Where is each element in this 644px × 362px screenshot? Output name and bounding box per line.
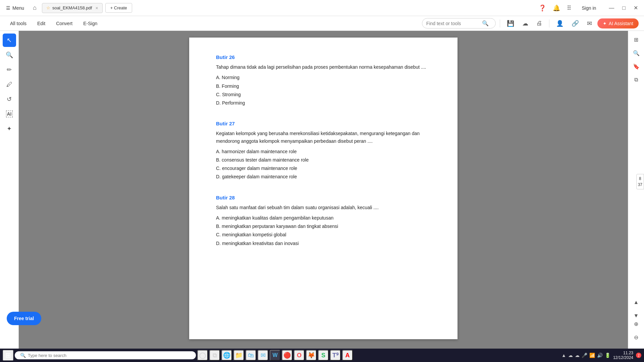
upload-button[interactable]: ☁ [520,18,531,28]
home-icon: ⌂ [33,4,37,11]
title-bar: ☰ Menu ⌂ ☆ soal_EKMA4158.pdf × + Create … [0,0,644,16]
save-button[interactable]: 💾 [504,18,517,28]
maximize-button[interactable]: □ [619,3,629,12]
search-box[interactable]: 🔍 [422,18,496,28]
home-button[interactable]: ⌂ [30,3,39,13]
highlight-tool[interactable]: ✏ [3,63,16,76]
firefox-button[interactable]: 🦊 [306,350,317,361]
tray-volume[interactable]: 🔊 [597,353,603,358]
edit-button[interactable]: Edit [33,19,50,28]
stamp-icon: ✦ [7,125,12,132]
zoom-icon: 🔍 [6,51,13,59]
cursor-tool[interactable]: ↖ [3,34,16,47]
explorer-button[interactable]: 📁 [233,350,244,361]
stamp-tool[interactable]: ✦ [3,122,16,135]
sidebar-tools: ↖ 🔍 ✏ 🖊 ↺ AI ✦ [0,31,19,349]
notification-badge[interactable]: 2 [636,353,641,358]
q28-option-c: C. meningkatkan kompetisi global [216,231,431,239]
scroll-up-button[interactable]: ▲ [630,296,642,308]
create-button[interactable]: + Create [105,3,132,13]
task-view-icon: ⧉ [213,352,217,359]
chrome-icon: 🔴 [283,352,291,359]
q27-option-d: D. gatekeeper dalam maintenance role [216,173,431,181]
edge-button[interactable]: 🌐 [221,350,232,361]
pdf-page: Butir 26 Tahap dimana tidak ada lagi per… [189,38,458,339]
convert-button[interactable]: Convert [51,19,77,28]
tray-microphone[interactable]: 🎤 [582,353,587,358]
tab-close-button[interactable]: × [95,5,98,11]
store-icon: 🛍 [248,352,254,359]
notification-button[interactable]: 🔔 [551,3,561,13]
zoom-out-button[interactable]: ⊖ [630,331,642,343]
spotify-button[interactable]: S [318,350,329,361]
mail-taskbar-button[interactable]: ✉ [258,350,268,361]
chrome-button[interactable]: 🔴 [282,350,292,361]
explorer-icon: 📁 [235,352,243,359]
bookmark-button[interactable]: 🔖 [630,60,642,72]
start-button[interactable]: ⊞ [3,350,13,361]
acrobat-icon: A [345,352,350,359]
divider [500,19,500,27]
apps-button[interactable]: ⠿ [566,3,573,13]
free-trial-button[interactable]: Free trial [7,312,41,325]
tray-wifi[interactable]: 📶 [589,353,595,358]
toolbar: All tools Edit Convert E-Sign 🔍 💾 ☁ 🖨 👤 [0,16,644,31]
ai-assistant-button[interactable]: ✦ AI Assistant [597,18,639,28]
right-zoom-button[interactable]: 🔍 [630,47,642,59]
mail-icon: ✉ [587,20,592,27]
text-select-tool[interactable]: AI [3,107,16,121]
zoom-in-button[interactable]: ⊕ [630,318,642,330]
pdf-area[interactable]: Butir 26 Tahap dimana tidak ada lagi per… [19,31,628,349]
eraser-tool[interactable]: ↺ [3,93,16,106]
tray-icon1[interactable]: ☁ [568,353,573,358]
time-display: 11.23 [613,351,633,355]
minimize-button[interactable]: — [605,3,618,12]
tray-battery[interactable]: 🔋 [605,353,610,358]
current-page: 8 [639,176,641,181]
firefox-icon: 🦊 [308,352,315,359]
sign-in-label: Sign in [582,5,596,11]
right-panel1-button[interactable]: ⊞ [630,34,642,46]
question-27: Butir 27 Kegiatan kelompok yang berusaha… [216,121,431,181]
all-tools-button[interactable]: All tools [5,19,31,28]
copy-button[interactable]: ⧉ [630,74,642,86]
question-28: Butir 28 Salah satu manfaat dari sebuah … [216,195,431,248]
zoom-tool[interactable]: 🔍 [3,48,16,62]
tray-chevron[interactable]: ▲ [561,353,566,358]
zoom-area: ⊕ ⊖ [630,318,642,343]
date-display: 12/12/2024 [613,355,633,360]
pen-tool[interactable]: 🖊 [3,78,16,91]
taskbar-search[interactable]: 🔍 [15,351,196,359]
user-button[interactable]: 👤 [553,18,566,28]
acrobat-button[interactable]: A [342,350,353,361]
word-icon: W [272,352,277,358]
word-button[interactable]: W [270,350,280,361]
close-button[interactable]: ✕ [630,3,641,12]
tray-icon2[interactable]: ☁ [575,353,580,358]
search-icon: 🔍 [482,20,489,26]
cortana-button[interactable]: ◯ [197,350,208,361]
help-icon: ❓ [539,5,546,11]
q28-option-d: D. meningkatkan kreativitas dan inovasi [216,239,431,248]
q26-option-b: B. Forming [216,82,431,90]
teams-button[interactable]: T⁹ [330,350,341,361]
link-button[interactable]: 🔗 [569,18,582,28]
taskbar-search-icon: 🔍 [20,353,26,358]
main-layout: ↖ 🔍 ✏ 🖊 ↺ AI ✦ Butir 26 Tahap dimana tid… [0,31,644,349]
esign-button[interactable]: E-Sign [78,19,102,28]
search-input[interactable] [426,21,480,26]
taskbar-right: ▲ ☁ ☁ 🎤 📶 🔊 🔋 11.23 12/12/2024 2 [561,351,641,360]
print-button[interactable]: 🖨 [534,18,545,28]
help-button[interactable]: ❓ [537,3,547,13]
bookmark-icon: 🔖 [633,63,640,70]
opera-button[interactable]: O [294,350,305,361]
pdf-tab[interactable]: ☆ soal_EKMA4158.pdf × [42,3,103,13]
mail-button[interactable]: ✉ [584,18,595,28]
store-button[interactable]: 🛍 [246,350,256,361]
q26-option-a: A. Norming [216,73,431,82]
task-view-button[interactable]: ⧉ [209,350,220,361]
window-controls: — □ ✕ [605,3,641,12]
menu-button[interactable]: ☰ Menu [3,4,28,12]
taskbar-search-input[interactable] [28,353,191,358]
sign-in-button[interactable]: Sign in [577,3,602,13]
